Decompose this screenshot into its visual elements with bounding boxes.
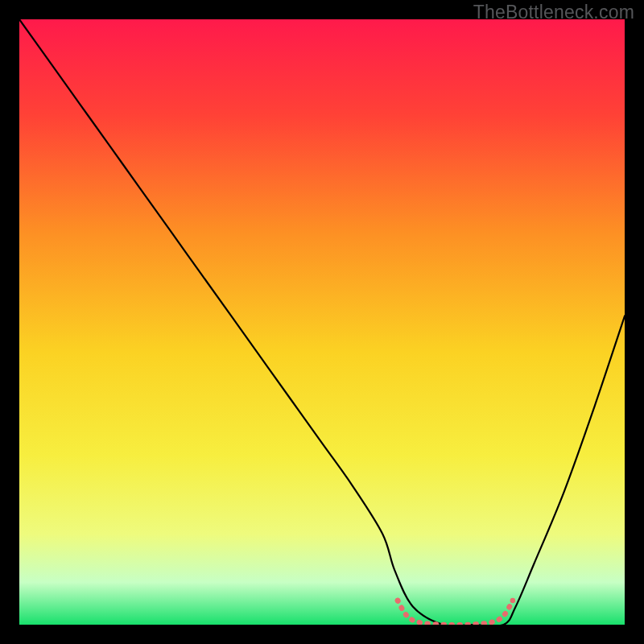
plot-area [19, 19, 625, 625]
valley-endpoint [395, 598, 401, 604]
chart-frame: TheBottleneck.com [0, 0, 644, 644]
bottleneck-chart [19, 19, 625, 625]
valley-endpoint [510, 598, 516, 604]
gradient-background [19, 19, 625, 625]
